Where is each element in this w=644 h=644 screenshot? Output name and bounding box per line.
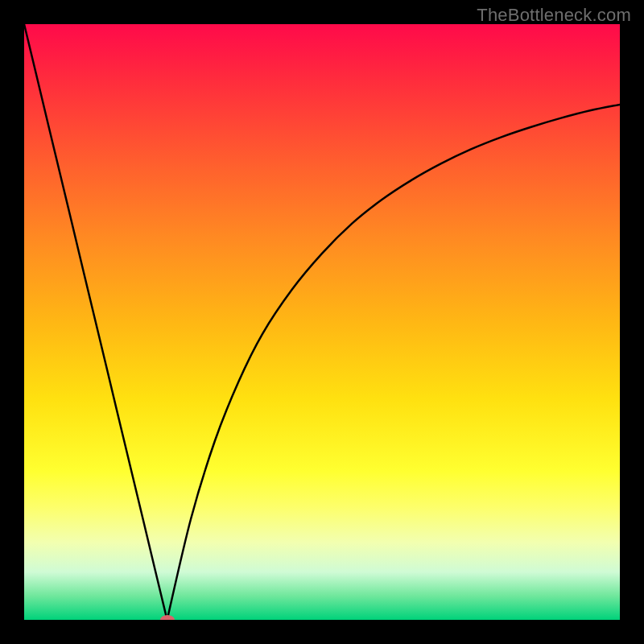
bottleneck-curve: [24, 24, 620, 620]
plot-frame: [24, 24, 620, 620]
minimum-marker-dot: [160, 615, 175, 620]
attribution-text: TheBottleneck.com: [477, 5, 631, 26]
